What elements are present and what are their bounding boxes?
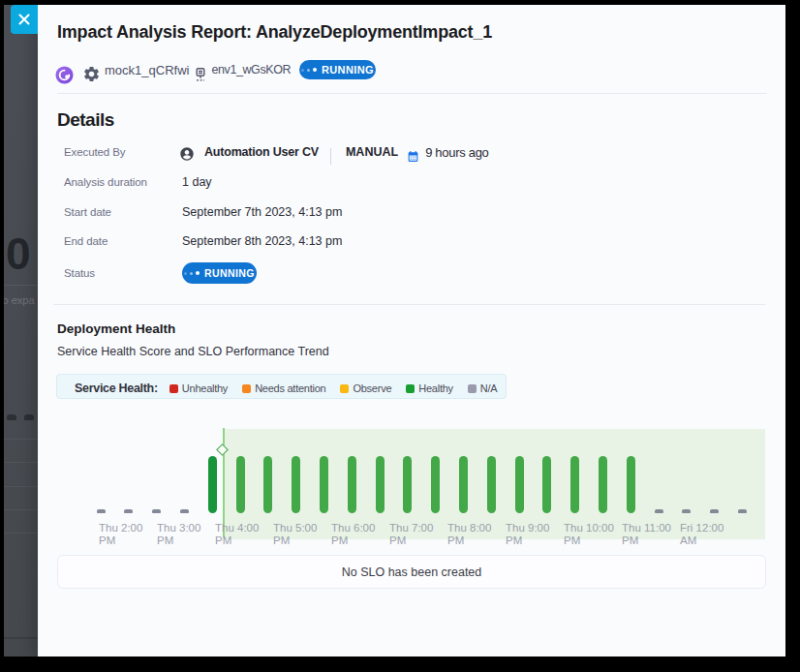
running-dots-icon — [184, 271, 200, 275]
row-label: Analysis duration — [64, 176, 182, 188]
legend-item-label: Needs attention — [255, 382, 325, 394]
health-score-bar[interactable] — [376, 456, 385, 513]
health-score-bar[interactable] — [599, 456, 607, 513]
legend-item-label: Observe — [353, 382, 391, 394]
service-tag-row: mock1_qCRfwi env1_wGsKOR — [55, 56, 291, 83]
details-row-status: Status RUNNING — [64, 261, 257, 285]
service-avatar-icon — [55, 66, 74, 84]
health-score-bar[interactable] — [236, 456, 245, 513]
details-row: End date September 8th 2023, 4:13 pm — [64, 230, 342, 252]
health-score-bar[interactable] — [487, 456, 496, 513]
backdrop-partial-text: To expa — [4, 294, 35, 306]
health-score-bar[interactable] — [459, 456, 468, 513]
deployment-health-heading: Deployment Health — [57, 321, 175, 336]
x-axis-tick-label: Thu 3:00 PM — [157, 522, 200, 547]
backdrop-divider — [4, 285, 43, 286]
health-score-bar[interactable] — [431, 456, 440, 513]
health-score-na-dash[interactable] — [124, 509, 133, 513]
legend-color-swatch — [169, 384, 178, 393]
health-score-bar[interactable] — [320, 456, 328, 513]
header-divider — [57, 93, 767, 94]
health-score-bar[interactable] — [263, 456, 272, 513]
status-badge-label: RUNNING — [204, 267, 255, 279]
row-value: 1 day — [182, 175, 212, 189]
backdrop-row-line — [4, 637, 39, 639]
status-badge: RUNNING — [299, 60, 376, 79]
health-score-na-dash[interactable] — [710, 509, 719, 513]
environment-name[interactable]: env1_wGsKOR — [211, 63, 291, 76]
backdrop-row-line — [4, 509, 39, 510]
section-divider — [53, 304, 765, 305]
deployment-health-subtitle: Service Health Score and SLO Performance… — [57, 345, 329, 358]
legend-item: Needs attention — [242, 382, 325, 394]
health-score-bar[interactable] — [348, 456, 356, 513]
environment-icon — [194, 67, 207, 82]
health-score-bar[interactable] — [542, 456, 551, 513]
health-score-bar[interactable] — [627, 456, 635, 513]
row-label: End date — [64, 235, 182, 247]
close-drawer-button[interactable] — [11, 5, 38, 34]
status-badge-label: RUNNING — [322, 64, 374, 76]
close-icon — [18, 14, 30, 25]
health-score-bar[interactable] — [292, 456, 300, 513]
legend-item-label: Healthy — [418, 382, 453, 394]
backdrop-chart-dash — [7, 414, 16, 420]
executed-by-user[interactable]: Automation User CV — [204, 145, 319, 159]
service-health-legend: Service Health: UnhealthyNeeds attention… — [56, 374, 507, 399]
x-axis-tick-label: Thu 11:00 PM — [622, 522, 671, 547]
health-score-na-dash[interactable] — [738, 509, 747, 513]
drawer-title: Impact Analysis Report: AnalyzeDeploymen… — [57, 22, 492, 43]
details-row: Analysis duration 1 day — [64, 171, 212, 193]
legend-color-swatch — [468, 384, 477, 393]
row-label: Executed By — [64, 146, 182, 158]
no-slo-banner: No SLO has been created — [57, 555, 766, 589]
health-score-bar[interactable] — [208, 456, 217, 513]
x-axis-tick-label: Thu 2:00 PM — [99, 522, 142, 547]
executed-time-ago: 9 hours ago — [425, 145, 488, 160]
no-slo-message: No SLO has been created — [342, 565, 482, 579]
health-score-bar[interactable] — [403, 456, 412, 513]
health-score-na-dash[interactable] — [655, 509, 663, 513]
x-axis-tick-label: Thu 7:00 PM — [389, 522, 433, 547]
backdrop-row-line — [4, 486, 39, 487]
legend-color-swatch — [340, 384, 349, 393]
legend-item-label: Unhealthy — [182, 382, 228, 394]
impact-analysis-drawer: Impact Analysis Report: AnalyzeDeploymen… — [38, 5, 785, 657]
vertical-separator — [330, 148, 331, 165]
row-value: September 7th 2023, 4:13 pm — [182, 205, 342, 219]
x-axis-tick-label: Fri 12:00 AM — [680, 522, 723, 547]
health-score-bar[interactable] — [515, 456, 524, 513]
details-row-executed-by: Executed By Automation User CV MANUAL 9 … — [64, 141, 489, 163]
legend-item: Unhealthy — [169, 382, 228, 394]
health-score-bar[interactable] — [570, 456, 579, 513]
row-label: Status — [64, 267, 182, 279]
backdrop-big-number: 0 — [6, 228, 30, 280]
legend-item: N/A — [468, 382, 498, 394]
health-score-na-dash[interactable] — [97, 509, 106, 513]
running-dots-icon — [301, 68, 317, 72]
legend-item: Healthy — [406, 382, 453, 394]
health-score-na-dash[interactable] — [180, 509, 189, 513]
x-axis-tick-label: Thu 6:00 PM — [331, 522, 375, 547]
legend-color-swatch — [406, 384, 415, 393]
backdrop-row-line — [4, 533, 39, 534]
x-axis-tick-label: Thu 4:00 PM — [215, 522, 259, 547]
backdrop-chart-dash — [24, 414, 34, 420]
calendar-icon — [407, 150, 419, 163]
x-axis-tick-label: Thu 8:00 PM — [447, 522, 491, 547]
gear-icon — [82, 65, 101, 83]
user-avatar-icon — [179, 146, 195, 162]
row-label: Start date — [64, 206, 182, 218]
screen: 0 To expa Impact Analysis Report: Analyz… — [0, 0, 800, 672]
backdrop-row-line — [4, 462, 39, 463]
backdrop-row-line — [4, 439, 39, 440]
x-axis-tick-label: Thu 9:00 PM — [506, 522, 549, 547]
x-axis-tick-label: Thu 5:00 PM — [273, 522, 317, 547]
row-value: September 8th 2023, 4:13 pm — [182, 234, 342, 248]
health-score-chart[interactable]: Thu 2:00 PMThu 3:00 PMThu 4:00 PMThu 5:0… — [38, 412, 785, 557]
monitored-service-name[interactable]: mock1_qCRfwi — [105, 63, 189, 77]
health-score-na-dash[interactable] — [152, 509, 161, 513]
health-score-na-dash[interactable] — [682, 509, 691, 513]
legend-item-label: N/A — [480, 382, 498, 394]
legend-title: Service Health: — [75, 382, 158, 395]
